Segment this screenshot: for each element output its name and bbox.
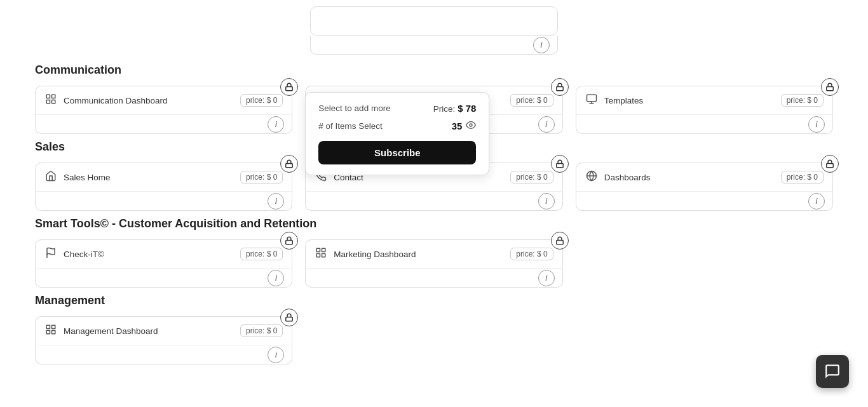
tooltip-price-label: Price: $ 78 xyxy=(433,103,476,114)
card-label-management-dashboard: Management Dashboard xyxy=(64,326,158,336)
card-management-dashboard[interactable]: Management Dashboardprice: $ 0 xyxy=(35,316,292,345)
card-label-templates: Templates xyxy=(604,96,644,105)
card-icon-sales-home xyxy=(44,170,57,184)
svg-rect-29 xyxy=(52,325,55,328)
info-button-contact[interactable]: i xyxy=(538,193,555,210)
card-wrapper-check-it: Check-iT©price: $ 0i xyxy=(35,239,292,288)
tooltip-items-row: # of Items Select35 xyxy=(318,120,476,132)
message-fab-button[interactable] xyxy=(816,355,849,388)
svg-rect-0 xyxy=(286,86,293,90)
card-comm-dashboard[interactable]: Communication Dashboardprice: $ 0 xyxy=(35,86,292,115)
card-left-templates: Templates xyxy=(585,93,644,107)
card-dashboards[interactable]: Dashboardsprice: $ 0 xyxy=(576,163,833,192)
lock-icon-check-it[interactable] xyxy=(280,232,298,250)
card-marketing-dashboard[interactable]: Marketing Dashboardprice: $ 0 xyxy=(305,239,562,269)
card-wrapper-sales-home: Sales Homeprice: $ 0i xyxy=(35,163,292,211)
lock-icon-calendar[interactable] xyxy=(551,78,569,96)
svg-rect-22 xyxy=(556,240,563,244)
price-badge-dashboards: price: $ 0 xyxy=(781,171,824,183)
info-button-calendar[interactable]: i xyxy=(538,116,555,133)
card-label-dashboards: Dashboards xyxy=(604,173,651,182)
info-button-management-dashboard[interactable]: i xyxy=(268,347,284,363)
lock-icon-sales-home[interactable] xyxy=(280,155,298,173)
price-badge-check-it: price: $ 0 xyxy=(240,248,283,260)
card-placeholder-management-2 xyxy=(576,316,833,364)
tooltip-select-label: Select to add more xyxy=(318,103,390,113)
lock-icon-comm-dashboard[interactable] xyxy=(280,78,298,96)
card-bottom-comm-dashboard: i xyxy=(35,115,292,134)
top-info-button[interactable]: i xyxy=(533,37,550,53)
section-communication: CommunicationCommunication Dashboardpric… xyxy=(35,63,833,134)
tooltip-select-row: Select to add morePrice: $ 78 xyxy=(318,103,476,114)
section-title-management: Management xyxy=(35,294,833,307)
card-left-marketing-dashboard: Marketing Dashboard xyxy=(315,247,416,261)
card-sales-home[interactable]: Sales Homeprice: $ 0 xyxy=(35,163,292,192)
card-bottom-dashboards: i xyxy=(576,192,833,211)
price-badge-comm-dashboard: price: $ 0 xyxy=(240,94,283,107)
card-bottom-sales-home: i xyxy=(35,192,292,211)
card-icon-marketing-dashboard xyxy=(315,247,327,261)
lock-icon-contact[interactable] xyxy=(551,155,569,173)
svg-rect-15 xyxy=(286,163,293,167)
card-icon-comm-dashboard xyxy=(44,93,57,107)
svg-rect-2 xyxy=(52,95,55,98)
card-check-it[interactable]: Check-iT©price: $ 0 xyxy=(35,239,292,269)
svg-rect-25 xyxy=(322,254,325,257)
card-wrapper-comm-dashboard: Communication Dashboardprice: $ 0iSelect… xyxy=(35,86,292,134)
price-badge-marketing-dashboard: price: $ 0 xyxy=(510,248,553,260)
section-smart-tools: Smart Tools© - Customer Acquisition and … xyxy=(35,217,833,288)
tooltip-price-value: $ 78 xyxy=(458,103,476,114)
card-bottom-templates: i xyxy=(576,115,833,134)
tooltip-count-number: 35 xyxy=(452,121,463,131)
tooltip-items-label: # of Items Select xyxy=(318,121,383,131)
svg-rect-30 xyxy=(52,331,55,334)
info-button-check-it[interactable]: i xyxy=(268,270,284,286)
card-placeholder-management-1 xyxy=(305,316,562,364)
card-left-management-dashboard: Management Dashboard xyxy=(44,324,158,338)
card-wrapper-marketing-dashboard: Marketing Dashboardprice: $ 0i xyxy=(305,239,562,288)
card-label-comm-dashboard: Communication Dashboard xyxy=(64,96,168,105)
svg-rect-1 xyxy=(46,95,50,98)
card-label-sales-home: Sales Home xyxy=(64,173,111,182)
svg-rect-26 xyxy=(317,254,320,257)
svg-rect-12 xyxy=(587,95,596,102)
svg-rect-3 xyxy=(52,100,55,103)
lock-icon-management-dashboard[interactable] xyxy=(280,309,298,326)
sections-container: CommunicationCommunication Dashboardpric… xyxy=(35,63,833,364)
price-badge-sales-home: price: $ 0 xyxy=(240,171,283,183)
card-wrapper-dashboards: Dashboardsprice: $ 0i xyxy=(576,163,833,211)
top-stub-bottom: i xyxy=(310,36,558,55)
svg-rect-4 xyxy=(46,100,50,103)
card-templates[interactable]: Templatesprice: $ 0 xyxy=(576,86,833,115)
card-placeholder-smart-tools-2 xyxy=(576,239,833,288)
tooltip-eye-icon[interactable] xyxy=(466,120,476,132)
info-button-templates[interactable]: i xyxy=(808,116,825,133)
lock-icon-marketing-dashboard[interactable] xyxy=(551,232,569,250)
card-left-dashboards: Dashboards xyxy=(585,170,651,184)
section-title-smart-tools: Smart Tools© - Customer Acquisition and … xyxy=(35,217,833,230)
cards-row-smart-tools: Check-iT©price: $ 0iMarketing Dashboardp… xyxy=(35,239,833,288)
info-button-marketing-dashboard[interactable]: i xyxy=(538,270,555,286)
price-badge-contact: price: $ 0 xyxy=(510,171,553,183)
svg-rect-28 xyxy=(46,325,50,328)
price-badge-management-dashboard: price: $ 0 xyxy=(240,324,283,337)
card-icon-dashboards xyxy=(585,170,598,184)
cards-row-communication: Communication Dashboardprice: $ 0iSelect… xyxy=(35,86,833,134)
svg-rect-31 xyxy=(46,331,50,334)
lock-icon-dashboards[interactable] xyxy=(821,155,839,173)
subscribe-button[interactable]: Subscribe xyxy=(318,141,476,164)
card-label-marketing-dashboard: Marketing Dashboard xyxy=(334,250,416,259)
svg-rect-11 xyxy=(827,86,834,90)
card-bottom-management-dashboard: i xyxy=(35,345,292,364)
card-bottom-marketing-dashboard: i xyxy=(305,269,562,288)
svg-rect-6 xyxy=(556,86,563,90)
info-button-dashboards[interactable]: i xyxy=(808,193,825,210)
card-icon-management-dashboard xyxy=(44,324,57,338)
lock-icon-templates[interactable] xyxy=(821,78,839,96)
info-button-sales-home[interactable]: i xyxy=(268,193,284,210)
card-icon-templates xyxy=(585,93,598,107)
tooltip-popup-comm-dashboard: Select to add morePrice: $ 78# of Items … xyxy=(305,92,489,175)
info-button-comm-dashboard[interactable]: i xyxy=(268,116,284,133)
top-stub-card xyxy=(310,6,558,36)
price-badge-calendar: price: $ 0 xyxy=(510,94,553,107)
